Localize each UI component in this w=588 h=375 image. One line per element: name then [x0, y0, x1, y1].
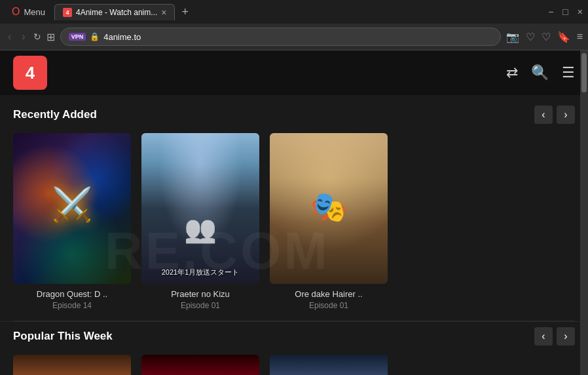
search-icon[interactable]: 🔍 [531, 64, 549, 81]
popular-next[interactable]: › [557, 327, 575, 345]
recently-added-title: Recently Added [13, 108, 97, 121]
popular-card-3[interactable] [270, 355, 388, 375]
praeter-episode: Episode 01 [141, 301, 259, 310]
popular-thumb-3 [270, 355, 388, 375]
dragon-quest-episode: Episode 14 [13, 301, 131, 310]
popular-card-1[interactable] [13, 355, 131, 375]
popular-header: Popular This Week ‹ › [13, 327, 575, 345]
anime-card-ore[interactable]: Ore dake Hairer .. Episode 01 [270, 133, 388, 310]
recently-added-header: Recently Added ‹ › [13, 106, 575, 124]
shuffle-icon[interactable]: ⇄ [506, 64, 518, 81]
tab-title: 4Anime - Watch anim... [76, 8, 157, 17]
tab-close-button[interactable]: × [161, 7, 166, 18]
popular-card-2[interactable] [141, 355, 259, 375]
address-bar: ‹ › ↻ ⊞ VPN 🔒 4anime.to 📷 ♡ ♡ 🔖 ≡ [0, 24, 588, 50]
back-button[interactable]: ‹ [5, 28, 14, 45]
forward-button[interactable]: › [19, 28, 28, 45]
logo-text: 4 [26, 63, 35, 83]
page-wrapper: 4 ⇄ 🔍 ☰ RE.COM Recently Added ‹ › [0, 50, 588, 375]
window-controls: − □ × [548, 7, 583, 17]
close-button[interactable]: × [578, 7, 583, 17]
popular-thumb-1 [13, 355, 131, 375]
opera-icon: O [12, 6, 20, 18]
popular-section: Popular This Week ‹ › [0, 321, 588, 375]
new-tab-button[interactable]: + [177, 5, 193, 19]
url-text: 4anime.to [103, 32, 141, 42]
dragon-quest-title: Dragon Quest: D .. [13, 289, 131, 299]
praeter-thumbnail: 2021年1月放送スタート [141, 133, 259, 284]
praeter-jp-text: 2021年1月放送スタート [141, 267, 259, 277]
popular-prev[interactable]: ‹ [534, 327, 553, 345]
scrollbar-thumb[interactable] [581, 53, 587, 92]
vpn-badge: VPN [69, 33, 86, 41]
maximize-button[interactable]: □ [562, 7, 568, 17]
ore-title: Ore dake Hairer .. [270, 289, 388, 299]
popular-nav: ‹ › [534, 327, 575, 345]
menu-label: Menu [24, 7, 45, 17]
header-icons: ⇄ 🔍 ☰ [506, 64, 575, 81]
url-bar[interactable]: VPN 🔒 4anime.to [60, 28, 501, 46]
browser-menu[interactable]: O Menu [5, 3, 52, 20]
popular-thumb-2 [141, 355, 259, 375]
anime-card-dragon-quest[interactable]: Dragon Quest: D .. Episode 14 [13, 133, 131, 310]
dragon-quest-thumbnail [13, 133, 131, 284]
lock-icon: 🔒 [90, 32, 100, 41]
recently-added-section: Recently Added ‹ › Dragon Quest: D .. Ep… [0, 95, 588, 321]
popular-cards [13, 355, 575, 375]
settings-icon[interactable]: ≡ [577, 31, 583, 43]
ore-episode: Episode 01 [270, 301, 388, 310]
tab-favicon: 4 [63, 8, 72, 17]
ore-thumbnail [270, 133, 388, 284]
recently-added-nav: ‹ › [534, 106, 575, 124]
recently-added-cards: Dragon Quest: D .. Episode 14 2021年1月放送ス… [13, 133, 575, 310]
minimize-button[interactable]: − [548, 7, 553, 17]
grid-button[interactable]: ⊞ [46, 31, 55, 43]
anime-card-praeter[interactable]: 2021年1月放送スタート Praeter no Kizu Episode 01 [141, 133, 259, 310]
menu-icon[interactable]: ☰ [562, 64, 575, 81]
site-logo[interactable]: 4 [13, 56, 47, 90]
tab-bar: O Menu 4 4Anime - Watch anim... × + − □ … [0, 0, 588, 24]
heart-icon[interactable]: ♡ [542, 31, 551, 43]
bookmark-icon[interactable]: 🔖 [557, 31, 570, 43]
refresh-button[interactable]: ↻ [33, 31, 41, 42]
recently-added-next[interactable]: › [557, 106, 575, 124]
camera-icon[interactable]: 📷 [506, 31, 519, 43]
site-content: 4 ⇄ 🔍 ☰ RE.COM Recently Added ‹ › [0, 50, 588, 375]
browser-chrome: O Menu 4 4Anime - Watch anim... × + − □ … [0, 0, 588, 50]
praeter-title: Praeter no Kizu [141, 289, 259, 299]
browser-toolbar-icons: 📷 ♡ ♡ 🔖 ≡ [506, 31, 583, 43]
site-header: 4 ⇄ 🔍 ☰ [0, 50, 588, 95]
favorites-icon[interactable]: ♡ [526, 31, 535, 43]
recently-added-prev[interactable]: ‹ [534, 106, 553, 124]
popular-title: Popular This Week [13, 330, 113, 343]
active-tab[interactable]: 4 4Anime - Watch anim... × [54, 4, 175, 20]
